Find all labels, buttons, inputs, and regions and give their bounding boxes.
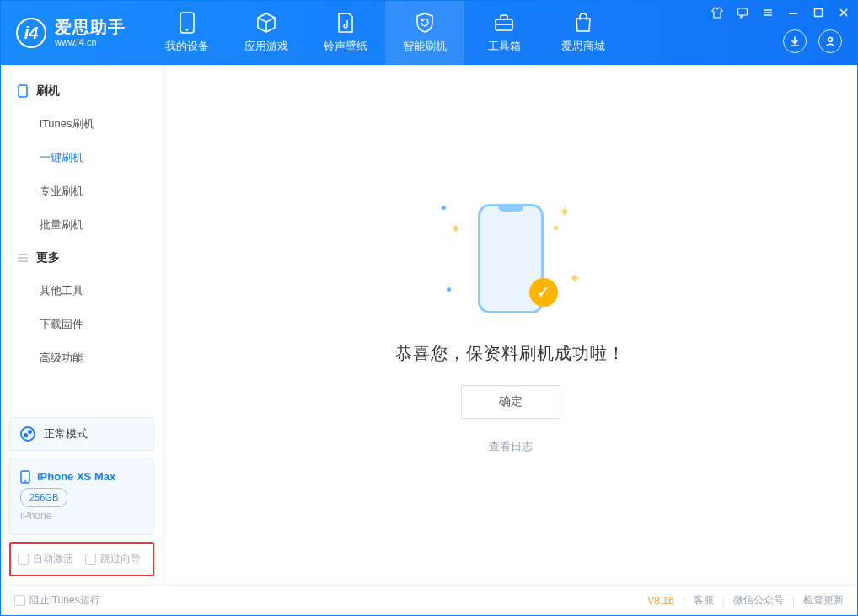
sidebar-item-oneclick-flash[interactable]: 一键刷机 [1, 141, 163, 174]
ok-button[interactable]: 确定 [461, 385, 560, 419]
brand: i4 爱思助手 www.i4.cn [1, 1, 141, 65]
success-message: 恭喜您，保资料刷机成功啦！ [395, 342, 625, 365]
shield-refresh-icon [414, 12, 436, 34]
footer-link-support[interactable]: 客服 [694, 593, 714, 608]
sparkle-icon: ✦ [450, 221, 461, 237]
header-right-icons [783, 29, 842, 53]
version-label: V8.16 [647, 595, 673, 607]
sidebar-item-pro-flash[interactable]: 专业刷机 [1, 174, 163, 208]
view-log-link[interactable]: 查看日志 [489, 439, 533, 454]
checkbox-skip-guide[interactable]: 跳过向导 [85, 552, 141, 566]
nav-label: 爱思商城 [561, 39, 605, 54]
decorative-dot [554, 226, 558, 230]
toolbox-icon [493, 12, 515, 34]
nav-label: 应用游戏 [244, 39, 288, 54]
device-type-label: iPhone [20, 507, 143, 526]
nav-store[interactable]: 爱思商城 [544, 1, 623, 65]
checkbox-icon [14, 595, 25, 606]
footer-right: V8.16 | 客服 | 微信公众号 | 检查更新 [647, 593, 844, 608]
section-label: 刷机 [36, 83, 60, 99]
sidebar-item-download-firmware[interactable]: 下载固件 [1, 308, 163, 341]
footer-link-wechat[interactable]: 微信公众号 [733, 593, 784, 608]
sparkle-icon: ✦ [559, 204, 570, 220]
cube-icon [255, 12, 277, 34]
nav-ringtones-wallpapers[interactable]: 铃声壁纸 [306, 1, 385, 65]
nav-apps-games[interactable]: 应用游戏 [227, 1, 306, 65]
checkbox-icon [18, 554, 29, 565]
nav-smart-flash[interactable]: 智能刷机 [385, 1, 464, 65]
success-illustration: ✦ ✦ ✦ ✓ [426, 196, 595, 322]
svg-rect-10 [815, 9, 823, 17]
footer: 阻止iTunes运行 V8.16 | 客服 | 微信公众号 | 检查更新 [1, 585, 857, 615]
options-row-highlighted: 自动激活 跳过向导 [9, 542, 154, 576]
svg-point-18 [24, 480, 26, 482]
titlebar: i4 爱思助手 www.i4.cn 我的设备 应用游戏 铃声壁纸 智能刷机 [1, 1, 857, 65]
app-window: i4 爱思助手 www.i4.cn 我的设备 应用游戏 铃声壁纸 智能刷机 [0, 0, 858, 616]
brand-text: 爱思助手 www.i4.cn [55, 18, 126, 48]
mode-icon [20, 426, 35, 442]
sidebar-item-other-tools[interactable]: 其他工具 [1, 274, 163, 308]
device-card[interactable]: iPhone XS Max 256GB iPhone [9, 458, 154, 535]
window-controls [711, 6, 850, 19]
bag-icon [572, 12, 594, 34]
top-nav: 我的设备 应用游戏 铃声壁纸 智能刷机 工具箱 爱思商城 [147, 1, 623, 65]
sidebar-section-flash: 刷机 [1, 75, 163, 107]
decorative-dot [442, 206, 446, 210]
shirt-icon[interactable] [711, 6, 724, 19]
svg-point-1 [186, 29, 189, 31]
body: 刷机 iTunes刷机 一键刷机 专业刷机 批量刷机 更多 其他工具 下载固件 … [1, 65, 857, 585]
section-label: 更多 [36, 250, 60, 265]
sparkle-icon: ✦ [569, 271, 580, 287]
checkbox-label: 跳过向导 [100, 553, 141, 565]
nav-toolbox[interactable]: 工具箱 [464, 1, 544, 65]
phone-icon [16, 84, 29, 98]
sidebar-item-batch-flash[interactable]: 批量刷机 [1, 208, 163, 242]
decorative-dot [447, 287, 451, 292]
menu-icon[interactable] [761, 6, 775, 19]
device-storage-pill: 256GB [20, 488, 67, 508]
user-icon[interactable] [818, 29, 842, 53]
checkbox-block-itunes[interactable]: 阻止iTunes运行 [14, 593, 100, 608]
mode-card[interactable]: 正常模式 [9, 417, 154, 451]
check-badge-icon: ✓ [529, 278, 558, 307]
list-icon [16, 251, 29, 265]
nav-my-device[interactable]: 我的设备 [147, 1, 227, 65]
device-icon [176, 12, 198, 34]
maximize-icon[interactable] [812, 6, 825, 19]
brand-name-cn: 爱思助手 [55, 18, 126, 37]
sidebar-bottom: 正常模式 iPhone XS Max 256GB iPhone 自动激活 跳过向… [1, 409, 163, 585]
sidebar-item-advanced[interactable]: 高级功能 [1, 341, 163, 375]
checkbox-icon [85, 554, 96, 565]
separator: | [722, 595, 725, 607]
download-icon[interactable] [783, 29, 807, 53]
checkbox-label: 自动激活 [33, 553, 73, 565]
nav-label: 工具箱 [488, 39, 521, 54]
nav-label: 我的设备 [165, 39, 209, 54]
close-icon[interactable] [837, 6, 850, 19]
separator: | [792, 595, 795, 607]
footer-link-check-update[interactable]: 检查更新 [803, 593, 844, 608]
sidebar-section-more: 更多 [1, 242, 163, 274]
device-name-label: iPhone XS Max [37, 467, 115, 486]
feedback-icon[interactable] [736, 6, 749, 19]
mode-label: 正常模式 [44, 426, 88, 442]
brand-logo-icon: i4 [16, 18, 46, 48]
main-content: ✦ ✦ ✦ ✓ 恭喜您，保资料刷机成功啦！ 确定 查看日志 [164, 65, 857, 585]
music-file-icon [335, 12, 357, 34]
nav-label: 智能刷机 [403, 39, 447, 54]
svg-rect-13 [19, 85, 27, 97]
device-phone-icon [20, 470, 30, 484]
separator: | [683, 595, 685, 607]
checkbox-label: 阻止iTunes运行 [29, 594, 100, 606]
brand-name-en: www.i4.cn [55, 37, 126, 48]
checkbox-auto-activate[interactable]: 自动激活 [18, 552, 73, 566]
svg-rect-5 [738, 8, 748, 15]
minimize-icon[interactable] [786, 6, 800, 19]
sidebar-item-itunes-flash[interactable]: iTunes刷机 [1, 107, 163, 141]
nav-label: 铃声壁纸 [324, 39, 367, 54]
footer-left: 阻止iTunes运行 [14, 593, 100, 608]
svg-point-4 [829, 38, 833, 42]
sidebar: 刷机 iTunes刷机 一键刷机 专业刷机 批量刷机 更多 其他工具 下载固件 … [1, 65, 164, 585]
